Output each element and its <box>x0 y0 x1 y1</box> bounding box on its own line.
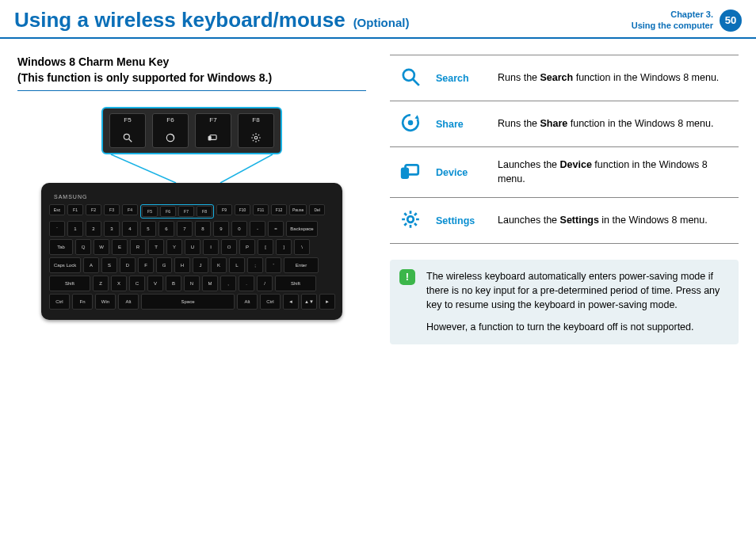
highlighted-fkeys: F5F6F7F8 <box>140 204 214 219</box>
charm-label: Share <box>431 101 493 147</box>
charm-description: Launches the Settings in the Windows 8 m… <box>493 198 739 244</box>
keyboard-key: M <box>202 276 218 291</box>
keyboard-key: F9 <box>216 204 232 215</box>
page-number-badge: 50 <box>720 10 742 32</box>
keyboard-key: 5 <box>140 221 156 237</box>
svg-point-5 <box>254 136 258 139</box>
keyboard-key: 8 <box>195 221 211 237</box>
charm-row: SettingsLaunches the Settings in the Win… <box>390 198 739 244</box>
keyboard-key: H <box>174 257 190 273</box>
keyboard-key: 0 <box>231 221 247 237</box>
callout-key-label: F7 <box>209 116 216 124</box>
keyboard-key: F11 <box>253 204 269 215</box>
keyboard-key: 7 <box>177 221 193 237</box>
svg-point-13 <box>407 216 414 222</box>
keyboard-key: Caps Lock <box>49 257 81 273</box>
keyboard-key: F3 <box>104 204 120 215</box>
charm-description: Runs the Search function in the Windows … <box>493 55 739 101</box>
charm-label: Device <box>431 147 493 198</box>
chapter-group: Chapter 3. Using the computer 50 <box>632 10 742 32</box>
keyboard-row-a: Caps LockASDFGHJKL;'Enter <box>49 257 334 273</box>
svg-rect-12 <box>402 169 408 178</box>
svg-rect-4 <box>208 136 211 140</box>
keyboard-key: F <box>138 257 154 273</box>
page-title: Using a wireless keyboard/mouse <box>14 8 346 32</box>
keyboard-key: 9 <box>213 221 229 237</box>
keyboard-key: Win <box>95 294 116 310</box>
charm-description: Launches the Device function in the Wind… <box>493 147 739 198</box>
keyboard-key: / <box>257 276 273 291</box>
keyboard-key: ; <box>247 257 263 273</box>
charm-description: Runs the Share function in the Windows 8… <box>493 101 739 147</box>
keyboard-key: C <box>129 276 145 291</box>
svg-line-6 <box>111 154 176 183</box>
keyboard-key: S <box>101 257 117 273</box>
keyboard-key: . <box>239 276 254 291</box>
keyboard-key: B <box>166 276 181 291</box>
keyboard-key: Space <box>141 294 235 310</box>
page-subtitle: (Optional) <box>353 16 410 29</box>
search-icon <box>122 132 133 145</box>
callout-key-f8: F8 <box>238 113 274 148</box>
callout-key-label: F5 <box>124 116 131 124</box>
keyboard-key: Tab <box>49 239 73 255</box>
keyboard-key: J <box>193 257 208 273</box>
callout-key-f6: F6 <box>152 113 189 148</box>
keyboard-key: Backspace <box>286 221 318 237</box>
keyboard-key: 3 <box>104 221 120 237</box>
keyboard-key: Pause <box>289 204 307 215</box>
keyboard-key: D <box>120 257 136 273</box>
keyboard-key: ` <box>49 221 65 237</box>
keyboard-key: 1 <box>67 221 83 237</box>
keyboard-brand: SAMSUNG <box>54 194 334 200</box>
callout-key-label: F6 <box>166 116 174 124</box>
keyboard-key: ▲▼ <box>301 294 317 310</box>
keyboard-key: Fn <box>72 294 93 310</box>
keyboard-key: E <box>112 239 128 255</box>
keyboard-key: Ctrl <box>49 294 70 310</box>
keyboard-key: [ <box>258 239 273 255</box>
section-heading-line1: Windows 8 Charm Menu Key <box>17 55 366 70</box>
keyboard-key: \ <box>294 239 310 255</box>
keyboard-row-z: ShiftZXCVBNM,./Shift <box>49 276 334 291</box>
keyboard-key: O <box>221 239 237 255</box>
keyboard-key: N <box>184 276 200 291</box>
device-icon <box>390 147 431 198</box>
keyboard-key: Z <box>93 276 109 291</box>
svg-line-7 <box>220 154 273 183</box>
keyboard-key: F6 <box>160 206 176 217</box>
keyboard-key: Ctrl <box>260 294 281 310</box>
keyboard-key: F4 <box>122 204 138 215</box>
svg-point-8 <box>403 70 414 81</box>
keyboard-key: Alt <box>237 294 258 310</box>
callout-key-f7: F7 <box>195 113 231 148</box>
note-box: ! The wireless keyboard automatically en… <box>390 260 739 344</box>
keyboard-key: 4 <box>122 221 138 237</box>
keyboard-key: ► <box>319 294 335 310</box>
share-icon <box>390 101 431 147</box>
keyboard-key: Enter <box>284 257 319 273</box>
keyboard-key: - <box>250 221 265 237</box>
keyboard-key: ] <box>276 239 292 255</box>
charm-row: ShareRuns the Share function in the Wind… <box>390 101 739 147</box>
charm-row: DeviceLaunches the Device function in th… <box>390 147 739 198</box>
chapter-name: Using the computer <box>632 21 713 31</box>
search-icon <box>390 55 431 101</box>
right-column: SearchRuns the Search function in the Wi… <box>390 55 739 344</box>
note-paragraph-2: However, a function to turn the keyboard… <box>426 320 727 334</box>
settings-icon <box>250 132 262 145</box>
share-icon <box>165 132 176 145</box>
keyboard-key: = <box>268 221 284 237</box>
keyboard-body: SAMSUNG EscF1F2F3F4F5F6F7F8F9F10F11F12Pa… <box>41 183 342 320</box>
keyboard-key: W <box>94 239 109 255</box>
keyboard-key: R <box>130 239 146 255</box>
f-key-callout: F5 F6 F7 F8 <box>101 107 282 154</box>
keyboard-key: F1 <box>67 204 83 215</box>
keyboard-row-ctrl: CtrlFnWinAltSpaceAltCtrl◄▲▼► <box>49 294 334 310</box>
svg-line-9 <box>413 79 419 86</box>
section-heading-line2: (This function is only supported for Win… <box>17 70 366 86</box>
chapter-number: Chapter 3. <box>632 10 713 20</box>
keyboard-key: V <box>147 276 163 291</box>
keyboard-key: G <box>156 257 172 273</box>
callout-connectors <box>89 154 295 183</box>
